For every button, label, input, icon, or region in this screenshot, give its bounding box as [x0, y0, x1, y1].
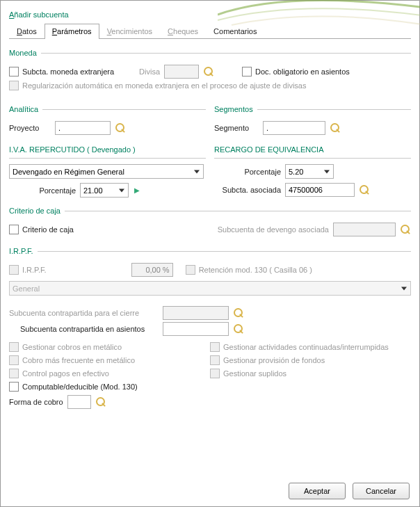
- search-icon[interactable]: [203, 66, 214, 77]
- legend-criterio-caja: Criterio de caja: [9, 207, 65, 215]
- checkbox-icon: [186, 265, 195, 275]
- label-divisa: Divisa: [139, 67, 160, 76]
- label-sub-asientos: Subcuenta contrapartida en asientos: [9, 325, 159, 333]
- tab-vencimientos[interactable]: Vencimientos: [99, 24, 160, 39]
- tab-datos[interactable]: Datos: [9, 24, 45, 39]
- label-subcta-asociada: Subcta. asociada: [214, 186, 281, 194]
- label-sub-cierre: Subcuenta contrapartida para el cierre: [9, 309, 159, 317]
- legend-moneda: Moneda: [9, 49, 41, 57]
- chk-computable[interactable]: Computable/deducible (Mod. 130): [9, 382, 138, 392]
- checkbox-icon: [9, 342, 19, 352]
- input-subcta-asociada[interactable]: [285, 183, 355, 197]
- checkbox-icon: [9, 81, 19, 90]
- chk-cobros-metalico[interactable]: Gestionar cobros en metálico: [9, 342, 122, 352]
- group-analitica: Analítica Proyecto: [9, 105, 206, 138]
- checkbox-icon: [9, 225, 19, 234]
- tab-parametros[interactable]: Parámetros: [45, 24, 99, 39]
- group-moneda: Moneda Subcta. moneda extranjera Divisa …: [9, 49, 411, 94]
- label-iva-porcentaje: Porcentaje: [30, 186, 76, 195]
- checkbox-icon: [9, 67, 19, 77]
- chk-suplidos[interactable]: Gestionar suplidos: [210, 369, 286, 378]
- select-recargo-porcentaje[interactable]: 5.20: [285, 164, 334, 179]
- chk-doc-obligatorio[interactable]: Doc. obligatorio en asientos: [242, 67, 350, 77]
- label-segmento: Segmento: [214, 124, 259, 132]
- cancelar-button[interactable]: Cancelar: [353, 483, 410, 499]
- select-iva-porcentaje[interactable]: 21.00: [80, 183, 129, 198]
- legend-segmentos: Segmentos: [214, 105, 257, 113]
- group-irpf: I.R.P.F. I.R.P.F. Retención mod. 130 ( C…: [9, 247, 411, 299]
- input-segmento[interactable]: [263, 121, 325, 135]
- chk-retencion-130[interactable]: Retención mod. 130 ( Casilla 06 ): [186, 265, 312, 275]
- search-icon[interactable]: [359, 184, 370, 195]
- legend-iva: I.V.A. REPERCUTIDO ( Devengado ): [9, 145, 206, 155]
- chk-regularizacion[interactable]: Regularización automática en moneda extr…: [9, 81, 306, 90]
- checkbox-icon: [9, 369, 19, 378]
- dialog-footer: Aceptar Cancelar: [289, 483, 410, 499]
- checkbox-icon: [210, 369, 220, 378]
- tab-cheques[interactable]: Cheques: [160, 24, 206, 39]
- chk-irpf[interactable]: I.R.P.F.: [9, 265, 47, 275]
- label-forma-cobro: Forma de cobro: [9, 398, 63, 406]
- tabstrip: Datos Parámetros Vencimientos Cheques Co…: [9, 24, 411, 39]
- input-proyecto[interactable]: [55, 121, 111, 135]
- tab-content: Moneda Subcta. moneda extranjera Divisa …: [9, 39, 411, 469]
- group-criterio-caja: Criterio de caja Criterio de caja Subcue…: [9, 207, 411, 240]
- group-segmentos: Segmentos Segmento: [214, 105, 411, 138]
- input-sub-devengo[interactable]: [333, 223, 396, 236]
- search-icon[interactable]: [233, 323, 244, 335]
- input-sub-cierre[interactable]: [163, 306, 229, 320]
- search-icon[interactable]: [233, 307, 244, 319]
- input-divisa[interactable]: [164, 65, 199, 79]
- input-forma-cobro[interactable]: [67, 395, 91, 409]
- play-icon[interactable]: ▶: [134, 186, 140, 194]
- label-sub-devengo: Subcuenta de devengo asociada: [218, 225, 329, 234]
- checkbox-icon: [210, 342, 220, 352]
- label-recargo-porcentaje: Porcentaje: [214, 168, 281, 176]
- label-proyecto: Proyecto: [9, 124, 51, 132]
- dialog-window: Añadir subcuenta Datos Parámetros Vencim…: [0, 0, 420, 507]
- dialog-title: Añadir subcuenta: [9, 6, 419, 21]
- search-icon[interactable]: [95, 396, 106, 408]
- search-icon[interactable]: [115, 122, 126, 134]
- chk-cobro-frecuente[interactable]: Cobro más frecuente en metálico: [9, 355, 135, 365]
- tab-comentarios[interactable]: Comentarios: [206, 24, 264, 39]
- select-irpf-general[interactable]: General: [9, 281, 411, 296]
- checkbox-icon: [9, 382, 19, 392]
- checkbox-icon: [9, 265, 19, 275]
- aceptar-button[interactable]: Aceptar: [289, 483, 346, 499]
- legend-analitica: Analítica: [9, 105, 42, 113]
- chk-provision[interactable]: Gestionar provisión de fondos: [210, 355, 325, 365]
- chk-actividades[interactable]: Gestionar actividades continuadas/interr…: [210, 342, 389, 352]
- search-icon[interactable]: [400, 224, 411, 235]
- checkbox-icon: [9, 355, 19, 365]
- chk-criterio-caja[interactable]: Criterio de caja: [9, 225, 74, 234]
- chk-control-pagos[interactable]: Control pagos en efectivo: [9, 369, 109, 378]
- legend-recargo: RECARGO DE EQUIVALENCIA: [214, 145, 411, 155]
- select-regimen-iva[interactable]: Devengado en Régimen General: [9, 164, 204, 179]
- input-irpf-pct[interactable]: [131, 263, 173, 277]
- checkbox-icon: [210, 355, 220, 365]
- input-sub-asientos[interactable]: [163, 322, 229, 336]
- legend-irpf: I.R.P.F.: [9, 247, 38, 255]
- search-icon[interactable]: [330, 122, 341, 134]
- chk-subcta-moneda-ext[interactable]: Subcta. moneda extranjera: [9, 67, 114, 77]
- checkbox-icon: [242, 67, 252, 77]
